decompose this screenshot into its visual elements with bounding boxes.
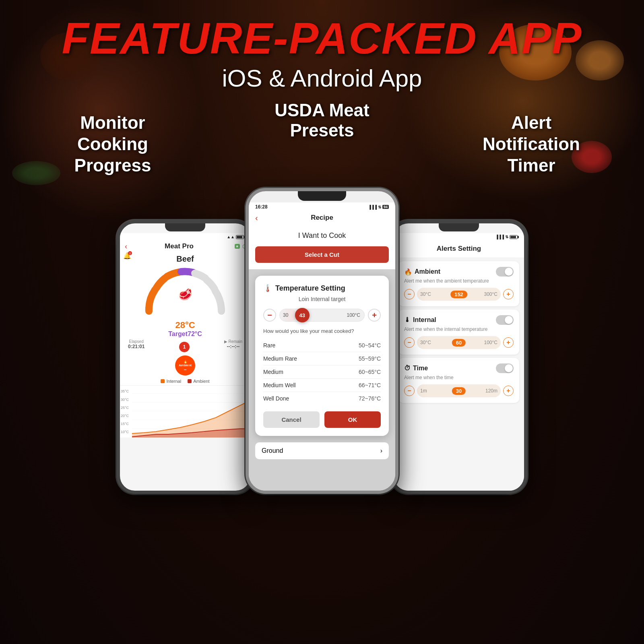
legend-ambient: Ambient <box>188 379 209 384</box>
slider-track[interactable]: 30 43 100°C <box>279 309 365 322</box>
graph-label-5: 10°C <box>121 430 131 434</box>
alerts-screen: Alerts Setting 🔥 Ambient Alert me when t… <box>394 240 524 494</box>
notification-area: 🔔 0 <box>123 252 131 260</box>
phone-center: 16:28 ▐▐▐ ⇅ 94 ‹ Recipe I Want to Cook <box>246 188 398 494</box>
feature-label-left: MonitorCooking Progress <box>48 112 177 176</box>
graph-label-1: 30°C <box>121 398 131 402</box>
internal-desc: Alert me when the internal temperature <box>404 326 514 332</box>
recipe-title: Recipe <box>311 214 333 222</box>
ambient-section: 🔥 Ambient -- <box>120 355 250 376</box>
target-temp: Target72°C <box>120 330 250 338</box>
internal-value-badge: 60 <box>452 339 466 347</box>
internal-minus[interactable]: − <box>404 337 415 348</box>
ambient-max-label: 300°C <box>484 291 498 297</box>
ok-button[interactable]: OK <box>324 411 381 428</box>
doneness-rare-range: 50~54°C <box>359 342 381 349</box>
battery-percent: 94 <box>382 205 389 209</box>
cancel-button[interactable]: Cancel <box>263 411 320 428</box>
recipe-header: ‹ Recipe <box>249 211 395 225</box>
slider-minus-button[interactable]: − <box>263 309 276 322</box>
internal-toggle-knob <box>505 316 513 324</box>
back-arrow-left[interactable]: ‹ <box>125 242 127 251</box>
doneness-medium-name: Medium <box>263 369 283 375</box>
wifi-right: ⇅ <box>505 235 508 239</box>
slider-plus-button[interactable]: + <box>368 309 381 322</box>
ambient-plus[interactable]: + <box>503 289 514 299</box>
time-alert-name: ⏱ Time <box>404 365 428 372</box>
ambient-minus[interactable]: − <box>404 289 415 299</box>
remaining-label: ▶ Remain <box>224 339 242 344</box>
doneness-medium-well-range: 66~71°C <box>359 382 381 388</box>
time-card-header: ⏱ Time <box>404 363 514 373</box>
status-icons-left: ▲▲ <box>227 235 244 239</box>
time-toggle[interactable] <box>496 363 514 373</box>
ambient-desc: Alert me when the ambient temperature <box>404 278 514 284</box>
status-bar-center: 16:28 ▐▐▐ ⇅ 94 <box>249 202 395 211</box>
ambient-badge: 🔥 Ambient -- <box>175 355 195 376</box>
feature-label-right: Alert NotificationTimer <box>467 112 596 176</box>
alert-card-internal: 🌡 Internal Alert me when the internal te… <box>398 310 519 355</box>
doneness-medium-rare-range: 55~59°C <box>359 355 381 362</box>
ambient-value: -- <box>184 367 187 372</box>
select-cut-button[interactable]: Select a Cut <box>255 246 389 263</box>
phones-container: ▲▲ ‹ 🔔 0 Meat Pro ⬡ <box>20 188 624 494</box>
legend-internal-label: Internal <box>166 379 181 384</box>
timer-elapsed: Elapsed 0:21:01 <box>128 339 144 352</box>
recipe-subtitle-text: I Want to Cook <box>298 231 346 239</box>
legend: Internal Ambient <box>120 377 250 385</box>
ambient-name-text: Ambient <box>415 268 440 275</box>
time-plus[interactable]: + <box>503 386 514 396</box>
doneness-rare: Rare 50~54°C <box>263 339 381 352</box>
doneness-medium-rare: Medium Rare 55~59°C <box>263 352 381 365</box>
features-row: MonitorCooking Progress USDA Meat Preset… <box>40 112 604 176</box>
internal-alert-name: 🌡 Internal <box>404 316 436 324</box>
doneness-medium-well: Medium Well 66~71°C <box>263 379 381 392</box>
meat-pro-header: ‹ 🔔 0 Meat Pro ⬡ ■ <box>120 240 250 253</box>
time-min-label: 1m <box>420 388 427 394</box>
ambient-min-label: 30°C <box>420 291 431 297</box>
time-max-label: 120m <box>485 388 497 394</box>
current-temp: 28°C <box>120 320 250 330</box>
doneness-medium: Medium 60~65°C <box>263 365 381 379</box>
status-icons-right: ▐▐▐ ⇅ <box>495 235 518 239</box>
time-clock-icon: ⏱ <box>404 365 411 372</box>
internal-range-row: − 30°C 60 100°C + <box>404 336 514 349</box>
wifi-center-icon: ⇅ <box>378 205 381 209</box>
temp-slider-row: − 30 43 100°C + <box>263 309 381 322</box>
wifi-icon: ▲▲ <box>227 235 235 239</box>
signal-badge: ■ <box>235 244 240 249</box>
alert-card-ambient: 🔥 Ambient Alert me when the ambient temp… <box>398 261 519 306</box>
doneness-table: Rare 50~54°C Medium Rare 55~59°C Medium … <box>263 339 381 405</box>
slider-thumb[interactable]: 43 <box>295 308 310 322</box>
internal-plus[interactable]: + <box>503 337 514 348</box>
battery-icon-right <box>510 235 518 239</box>
meat-pro-title: Meat Pro <box>125 242 233 250</box>
dialog-subtitle: Loin Internal target <box>263 296 381 302</box>
battery-icon-left <box>236 235 244 239</box>
internal-name-text: Internal <box>413 316 436 324</box>
legend-ambient-label: Ambient <box>193 379 209 384</box>
doneness-medium-well-name: Medium Well <box>263 382 296 388</box>
recipe-subtitle: I Want to Cook <box>249 225 395 246</box>
alerts-header: Alerts Setting <box>394 240 524 258</box>
time-range-row: − 1m 30 120m + <box>404 384 514 397</box>
ambient-label-text: Ambient <box>179 363 192 367</box>
legend-dot-ambient <box>188 379 192 383</box>
signal-right: ▐▐▐ <box>495 235 504 239</box>
recipe-screen: ‹ Recipe I Want to Cook Select a Cut 🌡️ … <box>249 211 395 494</box>
alert-card-time: ⏱ Time Alert me when the time − 1m 30 <box>398 358 519 403</box>
internal-min-label: 30°C <box>420 340 431 345</box>
internal-range-pill: 30°C 60 100°C <box>417 336 501 349</box>
ground-row[interactable]: Ground › <box>255 442 389 459</box>
ambient-toggle-knob <box>505 268 513 276</box>
doneness-well-done-range: 72~76°C <box>359 395 381 402</box>
phone-right: ▐▐▐ ⇅ Alerts Setting 🔥 A <box>390 220 527 494</box>
ambient-toggle[interactable] <box>496 267 514 277</box>
internal-toggle[interactable] <box>496 315 514 325</box>
feature-label-center: USDA Meat Presets <box>242 100 402 140</box>
recipe-back-button[interactable]: ‹ <box>255 213 258 223</box>
probe-badge: 1 <box>179 342 190 352</box>
legend-internal: Internal <box>161 379 181 384</box>
time-minus[interactable]: − <box>404 386 415 396</box>
ambient-card-header: 🔥 Ambient <box>404 267 514 277</box>
